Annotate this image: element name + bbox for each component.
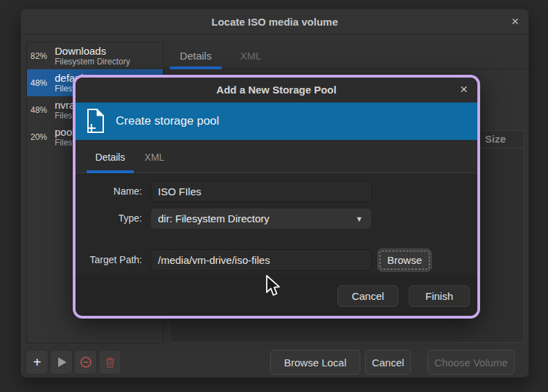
- dialog-finish-button[interactable]: Finish: [409, 285, 470, 307]
- type-dropdown[interactable]: dir: Filesystem Directory ▼: [150, 208, 372, 229]
- choose-volume-button: Choose Volume: [427, 350, 515, 375]
- dialog-titlebar: Add a New Storage Pool ×: [76, 78, 477, 103]
- type-dropdown-value: dir: Filesystem Directory: [158, 213, 269, 224]
- create-pool-banner: Create storage pool: [76, 103, 477, 140]
- stop-pool-button[interactable]: [74, 350, 97, 375]
- dialog-tab-details[interactable]: Details: [87, 140, 134, 173]
- dialog-cancel-button[interactable]: Cancel: [337, 285, 398, 307]
- tab-xml[interactable]: XML: [230, 42, 272, 69]
- pool-usage-percent: 82%: [30, 51, 53, 61]
- window-titlebar: Locate ISO media volume ×: [21, 9, 529, 35]
- dialog-title: Add a New Storage Pool: [76, 78, 477, 103]
- size-column-header[interactable]: Size: [485, 133, 506, 145]
- browse-button[interactable]: Browse: [378, 249, 432, 271]
- window-cancel-button[interactable]: Cancel: [365, 350, 411, 375]
- pool-usage-percent: 48%: [30, 105, 53, 115]
- start-pool-button[interactable]: [50, 350, 73, 375]
- window-title: Locate ISO media volume: [21, 9, 529, 35]
- start-pool-icon: [58, 357, 67, 367]
- add-pool-button[interactable]: +: [26, 350, 48, 375]
- dialog-tabstrip: Details XML: [76, 140, 477, 173]
- pool-row-downloads[interactable]: 82% Downloads Filesystem Directory: [27, 42, 163, 69]
- chevron-down-icon: ▼: [355, 215, 363, 223]
- pool-detail-tabstrip: Details XML: [163, 42, 529, 69]
- new-file-icon: [85, 108, 106, 134]
- pool-type: Filesystem Directory: [55, 57, 130, 66]
- tab-details[interactable]: Details: [170, 42, 222, 69]
- delete-pool-button[interactable]: [98, 350, 121, 375]
- stop-pool-icon: [80, 356, 92, 368]
- name-field[interactable]: [150, 181, 372, 202]
- close-icon[interactable]: ×: [511, 9, 519, 35]
- banner-title: Create storage pool: [116, 114, 219, 128]
- pool-usage-percent: 20%: [30, 132, 53, 142]
- trash-icon: [105, 357, 116, 368]
- browse-local-button[interactable]: Browse Local: [270, 350, 360, 375]
- name-label: Name:: [76, 181, 142, 202]
- pool-form: Name: Type: dir: Filesystem Directory ▼ …: [76, 173, 477, 274]
- type-label: Type:: [76, 208, 142, 229]
- dialog-tab-xml[interactable]: XML: [136, 140, 173, 173]
- target-path-label: Target Path:: [76, 249, 142, 271]
- add-pool-icon: +: [33, 355, 42, 369]
- pool-name: Downloads: [55, 45, 130, 57]
- mouse-cursor: [265, 274, 281, 298]
- target-path-field[interactable]: [150, 249, 372, 271]
- pool-usage-percent: 48%: [30, 78, 53, 88]
- dialog-close-icon[interactable]: ×: [460, 78, 468, 103]
